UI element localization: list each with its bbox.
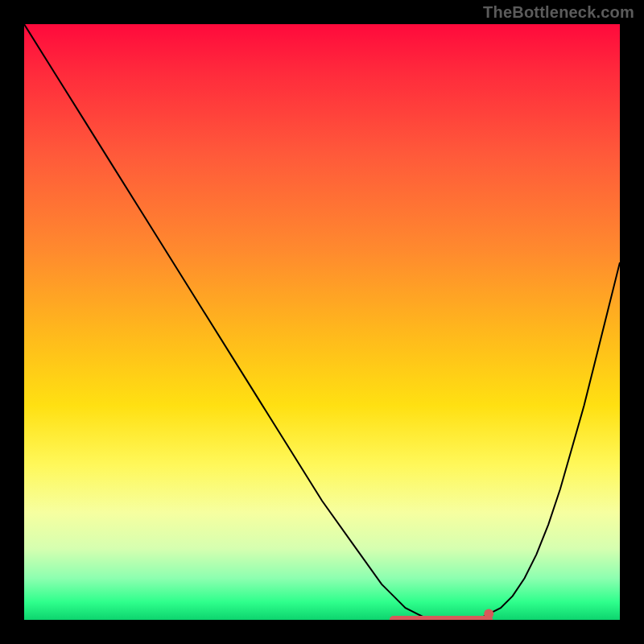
chart-container: TheBottleneck.com: [0, 0, 644, 644]
watermark-text: TheBottleneck.com: [483, 3, 634, 22]
bottleneck-curve: [24, 24, 620, 620]
plot-area: [24, 24, 620, 620]
curve-line: [24, 24, 620, 620]
marker-dot: [484, 609, 493, 619]
